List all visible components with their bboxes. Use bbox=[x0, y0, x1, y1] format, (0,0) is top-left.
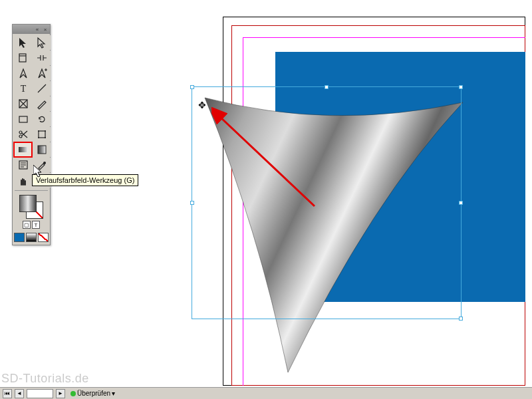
selection-handle-ml[interactable] bbox=[190, 201, 194, 205]
format-container-icon[interactable]: ▢ bbox=[23, 221, 31, 229]
frame-tool[interactable] bbox=[14, 96, 32, 111]
direct-selection-tool[interactable] bbox=[33, 35, 51, 50]
dropdown-arrow-icon: ▾ bbox=[112, 390, 115, 397]
note-tool[interactable] bbox=[14, 158, 32, 172]
page-next-button[interactable]: ► bbox=[56, 389, 65, 398]
rotate-tool[interactable] bbox=[33, 112, 51, 126]
gradient-feather-tool[interactable] bbox=[33, 142, 51, 157]
apply-gradient-swatch[interactable] bbox=[26, 233, 37, 242]
page-field[interactable] bbox=[27, 389, 53, 398]
selection-handle-tr[interactable] bbox=[459, 85, 463, 89]
svg-line-1 bbox=[219, 116, 315, 206]
selection-bounding-box bbox=[192, 86, 462, 319]
fill-stroke-proxy[interactable] bbox=[19, 195, 43, 219]
rectangle-tool[interactable] bbox=[14, 112, 32, 126]
status-bar: ⏮ ◄ ► Überprüfen ▾ bbox=[0, 387, 532, 399]
tool-tooltip: Verlaufsfarbfeld-Werkzeug (G) bbox=[32, 174, 138, 186]
pencil-tool[interactable] bbox=[33, 96, 51, 111]
svg-point-7 bbox=[19, 131, 22, 134]
svg-line-4 bbox=[38, 84, 46, 92]
svg-rect-2 bbox=[19, 54, 26, 62]
selection-handle-tl[interactable] bbox=[190, 85, 194, 89]
svg-rect-15 bbox=[38, 146, 46, 154]
free-transform-tool[interactable] bbox=[33, 127, 51, 142]
tools-panel-header: « × bbox=[13, 25, 50, 34]
margin-guide-left bbox=[243, 37, 243, 386]
line-tool[interactable] bbox=[33, 81, 51, 96]
tools-divider bbox=[15, 190, 48, 191]
svg-point-11 bbox=[45, 130, 46, 132]
watermark-text: SD-Tutorials.de bbox=[1, 372, 89, 386]
type-tool[interactable]: T bbox=[14, 81, 32, 96]
pen-tool[interactable] bbox=[14, 66, 32, 80]
preflight-label: Überprüfen bbox=[77, 390, 110, 397]
svg-point-17 bbox=[43, 162, 46, 164]
preflight-status-icon bbox=[70, 391, 76, 396]
crosshair-cursor-icon: ✥ bbox=[198, 100, 206, 110]
scissors-tool[interactable] bbox=[14, 127, 32, 142]
selection-handle-tc[interactable] bbox=[325, 85, 329, 89]
canvas-area[interactable]: ✥ bbox=[0, 0, 532, 399]
bleed-frame-red bbox=[231, 25, 525, 386]
hand-tool[interactable] bbox=[14, 173, 32, 188]
format-text-icon[interactable]: T bbox=[32, 221, 40, 229]
page-prev-button[interactable]: ◄ bbox=[15, 389, 24, 398]
selection-handle-br[interactable] bbox=[459, 317, 463, 321]
blue-rectangle-object[interactable] bbox=[275, 52, 525, 302]
svg-point-8 bbox=[19, 135, 22, 138]
apply-none-swatch[interactable] bbox=[38, 233, 49, 242]
apply-color-swatch[interactable] bbox=[14, 233, 25, 242]
margin-guide-top bbox=[243, 37, 525, 38]
page-tool[interactable] bbox=[14, 51, 32, 65]
panel-close-icon[interactable]: × bbox=[42, 26, 49, 33]
gradient-direction-arrow bbox=[211, 106, 331, 226]
preflight-dropdown[interactable]: Überprüfen ▾ bbox=[68, 390, 118, 397]
fill-swatch[interactable] bbox=[19, 195, 37, 212]
page-first-button[interactable]: ⏮ bbox=[3, 389, 12, 398]
svg-rect-6 bbox=[19, 116, 27, 122]
svg-rect-9 bbox=[39, 131, 45, 138]
svg-point-12 bbox=[38, 137, 39, 138]
gradient-swatch-tool[interactable] bbox=[14, 142, 32, 157]
add-anchor-tool[interactable] bbox=[33, 66, 51, 80]
mouse-cursor-icon bbox=[33, 165, 44, 180]
svg-text:T: T bbox=[20, 84, 26, 94]
gap-tool[interactable] bbox=[33, 51, 51, 65]
panel-collapse-icon[interactable]: « bbox=[34, 26, 41, 33]
selection-tool[interactable] bbox=[14, 35, 32, 50]
tools-panel: « × T ▢ T bbox=[12, 24, 51, 245]
svg-rect-14 bbox=[19, 147, 28, 152]
page-frame-black bbox=[223, 17, 525, 386]
gradient-curved-shape[interactable] bbox=[198, 94, 464, 374]
svg-point-10 bbox=[38, 130, 39, 132]
svg-point-13 bbox=[45, 137, 46, 138]
selection-handle-mr[interactable] bbox=[459, 201, 463, 205]
